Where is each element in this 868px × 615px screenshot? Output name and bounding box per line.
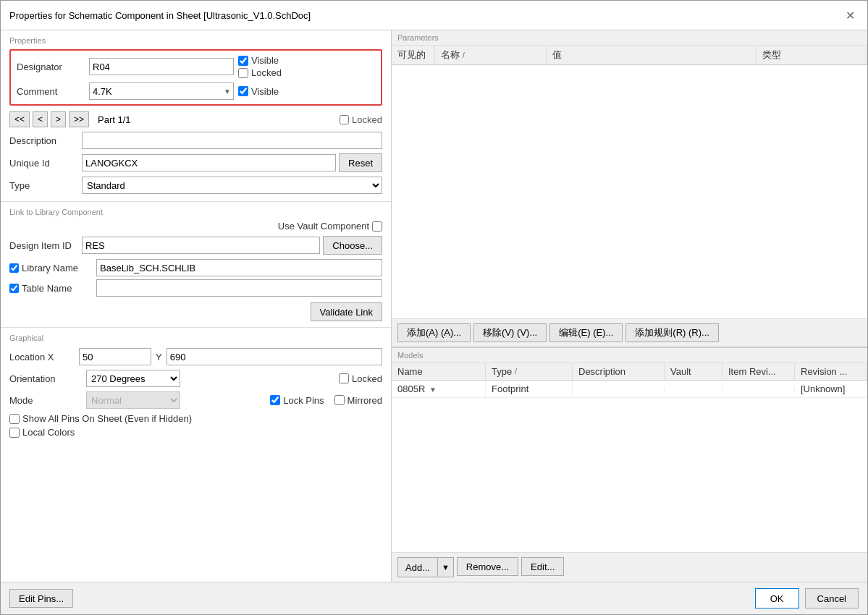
remove-param-button[interactable]: 移除(V) (V)... (473, 323, 547, 342)
reset-button[interactable]: Reset (339, 153, 382, 172)
unique-id-label: Unique Id (9, 158, 82, 169)
model-revision-0805r: [Unknown] (795, 381, 867, 397)
comment-input[interactable] (89, 82, 234, 100)
designator-input[interactable] (89, 58, 234, 75)
add-model-split-button: Add... ▼ (397, 557, 454, 577)
orientation-select[interactable]: 270 Degrees 0 Degrees 90 Degrees 180 Deg… (86, 370, 180, 387)
mode-select: Normal (86, 391, 180, 409)
th-name-sort-arrow[interactable]: / (463, 51, 465, 59)
mth-item-revision: Item Revi... (722, 363, 795, 380)
table-name-checkbox[interactable] (9, 284, 19, 293)
show-pins-row: Show All Pins On Sheet (Even if Hidden) (9, 413, 382, 424)
local-colors-row: Local Colors (9, 427, 382, 438)
library-name-checkbox-label[interactable]: Library Name (9, 263, 96, 273)
local-colors-label[interactable]: Local Colors (9, 427, 75, 438)
part-next-button[interactable]: > (51, 111, 66, 127)
unique-id-input[interactable] (82, 154, 336, 171)
models-body: 0805R ▼ Footprint [Unknown] (392, 381, 867, 453)
part-last-button[interactable]: >> (69, 111, 89, 127)
mirrored-label[interactable]: Mirrored (334, 395, 382, 406)
unique-id-group: Reset (82, 153, 382, 172)
part-prev-button[interactable]: < (33, 111, 48, 127)
comment-visible-label[interactable]: Visible (238, 86, 279, 97)
orientation-label: Orientation (9, 373, 82, 384)
design-item-id-row: Design Item ID Choose... (9, 236, 382, 255)
library-name-checkbox[interactable] (9, 263, 19, 273)
part-first-button[interactable]: << (9, 111, 30, 127)
designator-visible-checkbox[interactable] (238, 56, 248, 66)
table-name-input[interactable] (96, 279, 382, 297)
comment-visible-text: Visible (251, 86, 279, 97)
part-nav-row: << < > >> Part 1/1 Locked (9, 111, 382, 127)
link-section: Link to Library Component Use Vault Comp… (1, 201, 391, 327)
location-y-input[interactable] (167, 348, 382, 365)
orientation-row: Orientation 270 Degrees 0 Degrees 90 Deg… (9, 370, 382, 387)
model-itemrev-0805r (722, 386, 795, 392)
show-all-pins-text: Show All Pins On Sheet (Even if Hidden) (22, 413, 192, 424)
table-name-label-text: Table Name (22, 283, 72, 294)
properties-label: Properties (9, 36, 382, 45)
use-vault-label[interactable]: Use Vault Component (278, 221, 382, 232)
type-select[interactable]: Standard Power (82, 177, 382, 194)
description-input[interactable] (82, 132, 382, 149)
show-all-pins-checkbox[interactable] (9, 414, 20, 424)
model-name-dropdown[interactable]: ▼ (429, 386, 437, 394)
model-desc-0805r (573, 386, 665, 392)
comment-checkboxes: Visible (238, 86, 279, 97)
designator-visible-label[interactable]: Visible (238, 55, 282, 66)
use-vault-checkbox[interactable] (372, 221, 382, 232)
link-section-label: Link to Library Component (9, 208, 382, 216)
designator-comment-group: Designator Visible Locked (9, 49, 382, 106)
add-model-button[interactable]: Add... (398, 558, 437, 577)
library-name-input[interactable] (96, 259, 382, 276)
description-row: Description (9, 132, 382, 149)
edit-model-button[interactable]: Edit... (521, 557, 564, 576)
ok-button[interactable]: OK (755, 588, 799, 608)
graphical-locked-checkbox[interactable] (339, 373, 349, 383)
designator-visible-text: Visible (251, 55, 279, 66)
parameters-table: 可见的 名称 / 值 类型 (392, 46, 867, 318)
th-type: 类型 (757, 46, 868, 64)
properties-section: Properties Designator Visible (1, 30, 391, 201)
model-row-0805r[interactable]: 0805R ▼ Footprint [Unknown] (392, 381, 867, 398)
close-button[interactable]: ✕ (841, 7, 859, 24)
choose-button[interactable]: Choose... (323, 236, 382, 255)
footer: Edit Pins... OK Cancel (1, 582, 867, 614)
validate-link-button[interactable]: Validate Link (311, 302, 382, 321)
add-rule-button[interactable]: 添加规则(R) (R)... (625, 323, 719, 342)
location-x-label: Location X (9, 352, 75, 362)
designator-locked-checkbox[interactable] (238, 68, 248, 78)
models-label: Models (392, 347, 867, 363)
part-locked-checkbox[interactable] (340, 115, 349, 124)
comment-visible-checkbox[interactable] (238, 86, 248, 96)
edit-pins-button[interactable]: Edit Pins... (9, 589, 73, 608)
validate-row: Validate Link (9, 302, 382, 321)
mth-type-sort-arrow[interactable]: / (515, 368, 517, 376)
mth-name: Name (392, 363, 486, 380)
lock-pins-checkbox[interactable] (270, 395, 280, 405)
cancel-button[interactable]: Cancel (805, 588, 859, 608)
lock-pins-label[interactable]: Lock Pins (270, 395, 324, 406)
graphical-locked-text: Locked (352, 373, 382, 384)
use-vault-row: Use Vault Component (9, 221, 382, 232)
local-colors-text: Local Colors (22, 427, 75, 438)
add-model-arrow-button[interactable]: ▼ (437, 558, 453, 577)
local-colors-checkbox[interactable] (9, 428, 20, 438)
table-name-checkbox-label[interactable]: Table Name (9, 283, 96, 294)
location-x-input[interactable] (79, 348, 151, 365)
mirrored-checkbox[interactable] (334, 395, 345, 405)
type-row: Type Standard Power (9, 177, 382, 194)
mode-label: Mode (9, 395, 82, 406)
designator-checkboxes: Visible Locked (238, 55, 282, 78)
model-type-text: Footprint (492, 383, 528, 394)
models-footer: Add... ▼ Remove... Edit... (392, 552, 867, 582)
comment-dropdown-arrow[interactable]: ▼ (224, 88, 231, 96)
part-locked-label[interactable]: Locked (340, 114, 382, 125)
show-all-pins-label[interactable]: Show All Pins On Sheet (Even if Hidden) (9, 413, 192, 424)
remove-model-button[interactable]: Remove... (457, 557, 518, 576)
graphical-locked-label[interactable]: Locked (339, 373, 382, 384)
edit-param-button[interactable]: 编辑(E) (E)... (549, 323, 623, 342)
add-param-button[interactable]: 添加(A) (A)... (397, 323, 471, 342)
designator-locked-label[interactable]: Locked (238, 67, 282, 78)
design-item-id-input[interactable] (82, 237, 320, 254)
